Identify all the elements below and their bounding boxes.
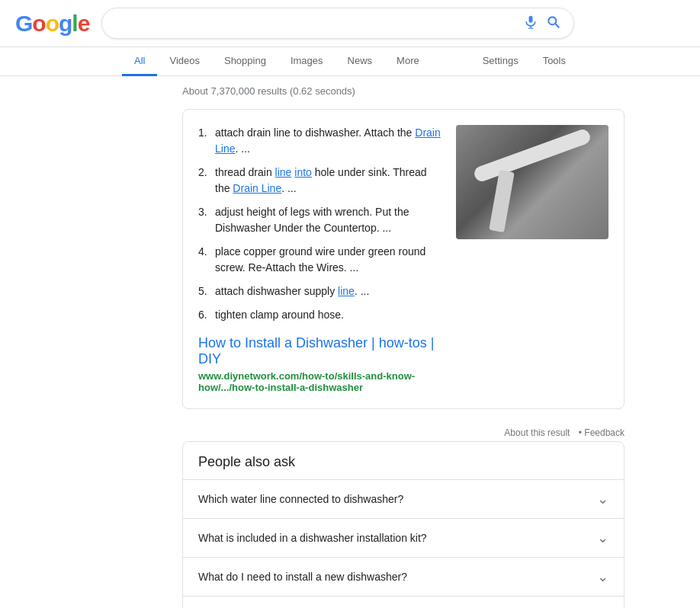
svg-line-4 (555, 24, 559, 27)
tab-videos[interactable]: Videos (157, 47, 212, 76)
paa-question-2: What is included in a dishwasher install… (198, 532, 427, 544)
microphone-icon[interactable] (523, 14, 538, 32)
svg-rect-1 (531, 26, 532, 28)
tab-shopping[interactable]: Shopping (212, 47, 278, 76)
paa-title: People also ask (183, 442, 624, 479)
search-bar: how to install a dishwasher (101, 8, 574, 39)
snippet-step-5: attach dishwasher supply line. ... (198, 283, 441, 299)
google-logo: Google (15, 11, 89, 37)
snippet-step-4: place copper ground wire under green rou… (198, 244, 441, 276)
people-also-ask-box: People also ask Which water line connect… (182, 441, 625, 608)
paa-item-4[interactable]: How much does it cost to put in a dishwa… (183, 596, 624, 608)
nav-tabs: All Videos Shopping Images News More Set… (0, 47, 700, 76)
tab-images[interactable]: Images (278, 47, 336, 76)
search-button[interactable] (546, 14, 561, 32)
paa-item-2[interactable]: What is included in a dishwasher install… (183, 518, 624, 557)
paa-question-3: What do I need to install a new dishwash… (198, 571, 407, 583)
paa-question-1: Which water line connected to dishwasher… (198, 493, 403, 505)
tab-news[interactable]: News (336, 47, 385, 76)
main-content: About 7,370,000 results (0.62 seconds) a… (60, 76, 640, 608)
snippet-footer: About this result • Feedback (182, 421, 625, 441)
snippet-url-bold: how-to-install-a-dishwasher (232, 382, 363, 393)
paa-item-3[interactable]: What do I need to install a new dishwash… (183, 557, 624, 596)
results-count: About 7,370,000 results (0.62 seconds) (182, 76, 625, 109)
snippet-content: attach drain line to dishwasher. Attach … (198, 125, 441, 393)
paa-item-1[interactable]: Which water line connected to dishwasher… (183, 479, 624, 518)
header: Google how to install a dishwasher (0, 0, 700, 47)
plumbing-photo (456, 125, 608, 239)
chevron-down-icon-1: ⌄ (597, 491, 608, 507)
snippet-step-2: thread drain line into hole under sink. … (198, 165, 441, 197)
tab-tools[interactable]: Tools (531, 47, 578, 76)
about-result-text: About this result (504, 427, 570, 438)
snippet-step-3: adjust height of legs with wrench. Put t… (198, 204, 441, 236)
featured-snippet: attach drain line to dishwasher. Attach … (182, 109, 625, 409)
tab-settings[interactable]: Settings (470, 47, 531, 76)
tab-all[interactable]: All (122, 47, 157, 76)
tab-more[interactable]: More (384, 47, 432, 76)
nav-right: Settings Tools (470, 47, 578, 75)
svg-rect-2 (528, 28, 534, 29)
snippet-url: www.diynetwork.com/how-to/skills-and-kno… (198, 370, 441, 393)
search-icons (523, 14, 561, 32)
feedback-link[interactable]: • Feedback (579, 427, 625, 438)
search-input[interactable]: how to install a dishwasher (114, 17, 514, 30)
snippet-image (456, 125, 608, 239)
chevron-down-icon-3: ⌄ (597, 568, 608, 585)
svg-rect-0 (529, 16, 533, 23)
chevron-down-icon-2: ⌄ (597, 530, 608, 546)
snippet-step-1: attach drain line to dishwasher. Attach … (198, 125, 441, 157)
snippet-step-6: tighten clamp around hose. (198, 307, 441, 323)
snippet-list: attach drain line to dishwasher. Attach … (198, 125, 441, 323)
snippet-link[interactable]: How to Install a Dishwasher | how-tos | … (198, 335, 441, 367)
